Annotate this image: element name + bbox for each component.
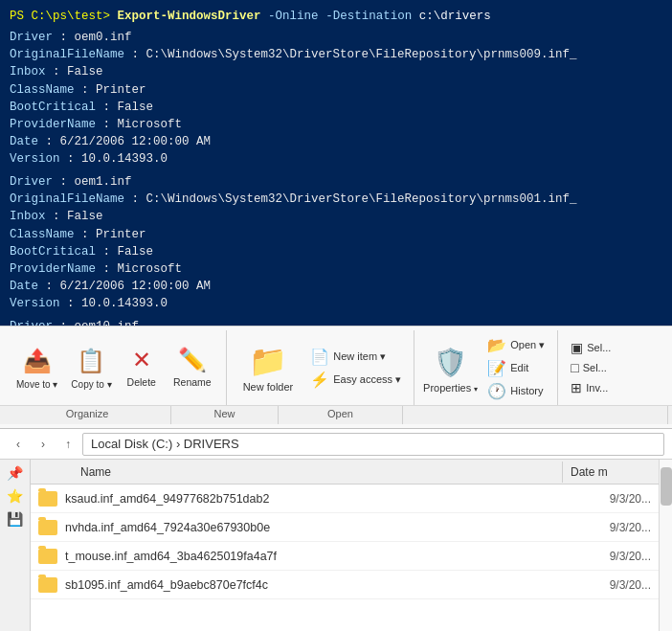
- history-label: History: [510, 385, 543, 396]
- properties-label-area[interactable]: Properties ▾: [423, 382, 478, 394]
- file-date-2: 9/3/20...: [563, 521, 659, 534]
- file-explorer-main: 📌 ⭐ 💾 Name Date m ksaud.inf_amd64_949776…: [0, 460, 672, 631]
- file-list-area: Name Date m ksaud.inf_amd64_94977682b751…: [31, 460, 659, 631]
- folder-icon-3: [38, 547, 57, 566]
- rename-icon: ✏️: [178, 347, 207, 373]
- address-folder: DRIVERS: [184, 437, 239, 451]
- terminal-prompt: PS C:\ps\test>: [10, 10, 110, 23]
- select-all-icon: ▣: [571, 340, 583, 355]
- open-edit-history-group: 📂 Open ▾ 📝 Edit 🕐 History: [482, 334, 549, 402]
- terminal-output-block1: Driver : oem0.inf OriginalFileName : C:\…: [10, 29, 662, 168]
- open-group-label: Open: [279, 406, 403, 424]
- up-button[interactable]: ↑: [57, 434, 78, 455]
- file-date-1: 9/3/20...: [563, 492, 659, 506]
- folder-icon-1: [38, 489, 57, 508]
- terminal-command: Export-WindowsDriver -Online -Destinatio…: [118, 10, 491, 23]
- move-to-icon-area[interactable]: 📤: [12, 344, 61, 377]
- properties-button[interactable]: 🛡️ Properties ▾: [422, 333, 479, 402]
- file-row[interactable]: nvhda.inf_amd64_7924a30e67930b0e 9/3/20.…: [31, 513, 659, 542]
- select-all-label: Sel...: [587, 342, 611, 353]
- edit-button[interactable]: 📝 Edit: [482, 357, 549, 379]
- ribbon-group-open: 🛡️ Properties ▾ 📂 Open ▾ 📝 Edit �: [414, 330, 558, 405]
- copy-to-label[interactable]: Copy to ▾: [67, 377, 115, 392]
- delete-icon: ✕: [132, 347, 151, 373]
- ribbon-buttons-row: 📤 Move to ▾ 📋 Copy to ▾ ✕ Delete: [0, 327, 672, 405]
- back-button[interactable]: ‹: [8, 434, 29, 455]
- scrollbar-thumb[interactable]: [661, 467, 672, 506]
- new-item-icon: 📄: [310, 348, 329, 366]
- organize-group-label: Organize: [4, 406, 171, 424]
- move-to-text: Move to ▾: [16, 379, 57, 390]
- history-icon: 🕐: [487, 382, 506, 400]
- address-path-text: Local Disk (C:) › DRIVERS: [91, 437, 239, 451]
- file-name-2: nvhda.inf_amd64_7924a30e67930b0e: [65, 521, 563, 534]
- ribbon-group-select: ▣ Sel... □ Sel... ⊞ Inv...: [558, 330, 635, 405]
- file-name-1: ksaud.inf_amd64_94977682b751dab2: [65, 492, 563, 506]
- file-name-4: sb1095.inf_amd64_b9aebc870e7fcf4c: [65, 578, 563, 592]
- terminal-output-block3: Driver : oem10.inf: [10, 318, 662, 326]
- file-date-3: 9/3/20...: [563, 550, 659, 563]
- quick-access-star-icon[interactable]: ⭐: [6, 486, 25, 506]
- easy-access-button[interactable]: ⚡ Easy access ▾: [305, 369, 406, 391]
- invert-icon: ⊞: [571, 380, 582, 395]
- invert-label: Inv...: [586, 382, 608, 394]
- ribbon-group-new: 📁 New folder 📄 New item ▾ ⚡ Easy access …: [227, 330, 414, 405]
- new-folder-label: New folder: [243, 381, 294, 393]
- open-icon: 📂: [487, 336, 506, 354]
- file-row[interactable]: t_mouse.inf_amd64_3ba4625019fa4a7f 9/3/2…: [31, 542, 659, 571]
- properties-arrow: ▾: [474, 385, 478, 394]
- file-row[interactable]: sb1095.inf_amd64_b9aebc870e7fcf4c 9/3/20…: [31, 571, 659, 599]
- rename-button[interactable]: ✏️ Rename: [167, 342, 218, 394]
- folder-icon-4: [38, 575, 57, 595]
- address-path-bar[interactable]: Local Disk (C:) › DRIVERS: [82, 433, 664, 456]
- invert-selection-button[interactable]: ⊞ Inv...: [566, 378, 616, 397]
- rename-label: Rename: [173, 376, 212, 389]
- select-all-button[interactable]: ▣ Sel...: [566, 338, 616, 357]
- copy-to-button[interactable]: 📋 Copy to ▾: [66, 343, 116, 393]
- new-item-label: New item ▾: [333, 350, 386, 363]
- scrollbar[interactable]: [659, 460, 672, 631]
- easy-access-icon: ⚡: [310, 371, 329, 389]
- address-separator: ›: [176, 437, 184, 451]
- terminal-window: PS C:\ps\test> Export-WindowsDriver -Onl…: [0, 0, 672, 326]
- open-button[interactable]: 📂 Open ▾: [482, 334, 549, 356]
- new-group-label: New: [171, 406, 279, 424]
- quick-access-pin-icon[interactable]: 📌: [6, 463, 25, 483]
- address-local-disk: Local Disk (C:): [91, 437, 172, 451]
- copy-to-icon: 📋: [77, 348, 105, 374]
- folder-icon-2: [38, 518, 57, 537]
- properties-icon-area[interactable]: 🛡️: [430, 343, 471, 382]
- new-item-button[interactable]: 📄 New item ▾: [305, 346, 406, 368]
- terminal-output-block2: Driver : oem1.inf OriginalFileName : C:\…: [10, 173, 662, 312]
- select-buttons-group: ▣ Sel... □ Sel... ⊞ Inv...: [566, 338, 616, 397]
- properties-label: Properties: [423, 382, 471, 394]
- new-folder-button[interactable]: 📁 New folder: [235, 333, 302, 402]
- move-to-button[interactable]: 📤 Move to ▾: [11, 343, 62, 393]
- edit-icon: 📝: [487, 359, 506, 377]
- file-date-4: 9/3/20...: [563, 578, 659, 592]
- move-to-label[interactable]: Move to ▾: [12, 377, 61, 392]
- delete-button[interactable]: ✕ Delete: [121, 342, 163, 394]
- ribbon-group-organize: 📤 Move to ▾ 📋 Copy to ▾ ✕ Delete: [4, 330, 227, 405]
- forward-button[interactable]: ›: [33, 434, 54, 455]
- address-bar: ‹ › ↑ Local Disk (C:) › DRIVERS: [0, 429, 672, 460]
- delete-label: Delete: [127, 376, 156, 389]
- select-group-label: [403, 406, 668, 424]
- edit-label: Edit: [510, 362, 528, 373]
- select-none-label: Sel...: [583, 362, 607, 373]
- new-item-easy-access-group: 📄 New item ▾ ⚡ Easy access ▾: [305, 346, 406, 391]
- file-list-header: Name Date m: [31, 460, 659, 485]
- open-label: Open ▾: [510, 339, 545, 351]
- copy-to-icon-area[interactable]: 📋: [67, 344, 115, 377]
- file-header-date-col[interactable]: Date m: [563, 462, 659, 483]
- ribbon-group-labels: Organize New Open: [0, 405, 672, 424]
- ribbon: 📤 Move to ▾ 📋 Copy to ▾ ✕ Delete: [0, 326, 672, 429]
- new-folder-icon: 📁: [249, 343, 287, 379]
- left-nav-panel: 📌 ⭐ 💾: [0, 460, 31, 631]
- file-header-name-col[interactable]: Name: [31, 462, 563, 483]
- quick-access-drive-icon[interactable]: 💾: [6, 509, 25, 529]
- history-button[interactable]: 🕐 History: [482, 380, 549, 402]
- select-none-button[interactable]: □ Sel...: [566, 358, 616, 377]
- copy-to-text: Copy to ▾: [71, 379, 111, 390]
- file-row[interactable]: ksaud.inf_amd64_94977682b751dab2 9/3/20.…: [31, 485, 659, 513]
